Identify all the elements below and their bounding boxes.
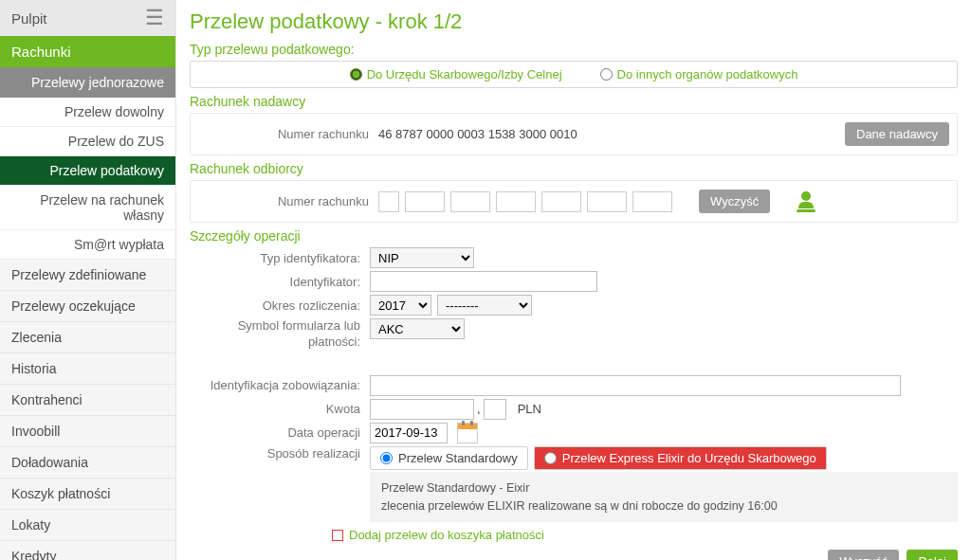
sidebar-sub-smart-wyplata[interactable]: Sm@rt wypłata xyxy=(0,230,175,260)
sidebar-item-label: Przelew dowolny xyxy=(64,104,164,119)
section-receiver-label: Rachunek odbiorcy xyxy=(190,161,958,176)
sender-account-value: 46 8787 0000 0003 1538 3000 0010 xyxy=(378,127,577,141)
realize-express-option[interactable]: Przelew Express Elixir do Urzędu Skarbow… xyxy=(534,446,827,470)
symbol-label: Symbol formularza lub płatności: xyxy=(190,318,370,351)
account-segment-input[interactable] xyxy=(378,191,399,212)
sidebar-item-pulpit[interactable]: Pulpit ☰ xyxy=(0,0,175,36)
radio-urzad-skarbowy[interactable]: Do Urzędu Skarbowego/Izby Celnej xyxy=(350,67,562,81)
sidebar-item-zlecenia[interactable]: Zlecenia xyxy=(0,322,175,353)
symbol-select[interactable]: AKC xyxy=(370,318,465,339)
radio-inne-input[interactable] xyxy=(600,68,613,81)
sender-panel: Numer rachunku 46 8787 0000 0003 1538 30… xyxy=(190,113,958,155)
section-type-label: Typ przelewu podatkowego: xyxy=(190,42,958,57)
sender-account-label: Numer rachunku xyxy=(198,127,378,141)
typ-id-select[interactable]: NIP xyxy=(370,247,474,268)
sidebar-item-historia[interactable]: Historia xyxy=(0,353,175,385)
radio-label: Do innych organów podatkowych xyxy=(617,67,798,81)
sidebar-item-przelewy-zdefiniowane[interactable]: Przelewy zdefiniowane xyxy=(0,260,175,291)
basket-row[interactable]: Dodaj przelew do koszyka płatności xyxy=(332,528,958,542)
ident-zob-label: Identyfikacja zobowiązania: xyxy=(190,378,370,392)
section-sender-label: Rachunek nadawcy xyxy=(190,94,958,109)
sidebar-sub-przelew-dowolny[interactable]: Przelew dowolny xyxy=(0,98,175,127)
okres-period-select[interactable]: -------- xyxy=(437,295,532,316)
kwota-dec-input[interactable] xyxy=(484,399,506,420)
note-title: Przelew Standardowy - Eixir xyxy=(381,479,946,497)
basket-label: Dodaj przelew do koszyka płatności xyxy=(349,528,544,542)
account-segment-input[interactable] xyxy=(405,191,445,212)
realize-label: Przelew Express Elixir do Urzędu Skarbow… xyxy=(562,451,816,465)
sidebar-sub-przelew-do-zus[interactable]: Przelew do ZUS xyxy=(0,127,175,156)
account-segment-input[interactable] xyxy=(450,191,490,212)
calendar-icon[interactable] xyxy=(457,423,478,443)
sidebar-item-koszyk-platnosci[interactable]: Koszyk płatności xyxy=(0,479,175,510)
typ-id-label: Typ identyfikatora: xyxy=(190,251,370,265)
radio-label: Do Urzędu Skarbowego/Izby Celnej xyxy=(367,67,562,81)
currency-label: PLN xyxy=(518,402,541,416)
receiver-account-label: Numer rachunku xyxy=(198,194,378,208)
details-panel: Typ identyfikatora: NIP Identyfikator: O… xyxy=(190,247,958,542)
page-title: Przelew podatkowy - krok 1/2 xyxy=(190,9,958,34)
sidebar-sub-przelew-na-rachunek-wlasny[interactable]: Przelew na rachunek własny xyxy=(0,186,175,230)
sidebar-item-label: Przelewy jednorazowe xyxy=(31,75,164,90)
okres-year-select[interactable]: 2017 xyxy=(370,295,431,316)
realize-express-radio[interactable] xyxy=(544,452,557,464)
sidebar-item-label: Przelewy oczekujące xyxy=(11,298,136,314)
realize-note: Przelew Standardowy - Eixir zlecenia prz… xyxy=(370,472,958,523)
section-details-label: Szczegóły operacji xyxy=(190,228,958,244)
next-button[interactable]: Dalej xyxy=(907,550,958,560)
sidebar-item-label: Kredyty xyxy=(11,549,56,560)
sidebar-item-label: Przelewy zdefiniowane xyxy=(11,267,146,282)
contact-icon[interactable] xyxy=(797,191,815,212)
data-operacji-input[interactable] xyxy=(370,423,448,443)
sidebar-item-przelewy-oczekujace[interactable]: Przelewy oczekujące xyxy=(0,291,175,322)
decimal-separator: , xyxy=(477,402,481,416)
clear-form-button[interactable]: Wyczyść xyxy=(828,550,899,560)
data-operacji-label: Data operacji xyxy=(190,425,370,440)
sidebar-item-label: Koszyk płatności xyxy=(11,486,110,501)
sidebar-item-label: Przelew podatkowy xyxy=(49,163,164,178)
ident-zob-input[interactable] xyxy=(370,375,901,396)
sposob-label: Sposób realizacji xyxy=(190,446,370,461)
radio-urzad-input[interactable] xyxy=(350,68,362,81)
okres-label: Okres rozliczenia: xyxy=(190,298,370,313)
sidebar-item-label: Invoobill xyxy=(11,424,60,439)
account-segment-input[interactable] xyxy=(632,191,672,212)
kwota-label: Kwota xyxy=(190,402,370,416)
sidebar-sub-head-przelewy-jednorazowe[interactable]: Przelewy jednorazowe xyxy=(0,67,175,98)
sidebar-item-label: Przelew na rachunek własny xyxy=(40,192,164,223)
sidebar-item-kontrahenci[interactable]: Kontrahenci xyxy=(0,385,175,416)
sidebar-item-label: Zlecenia xyxy=(11,330,62,345)
kwota-main-input[interactable] xyxy=(370,399,474,420)
hamburger-icon[interactable]: ☰ xyxy=(145,8,164,28)
realize-label: Przelew Standardowy xyxy=(398,451,518,465)
receiver-clear-button[interactable]: Wyczyść xyxy=(699,190,770,213)
receiver-panel: Numer rachunku Wyczyść xyxy=(190,180,958,223)
account-segment-input[interactable] xyxy=(541,191,581,212)
sidebar-item-label: Sm@rt wypłata xyxy=(74,237,164,252)
realize-standard-radio[interactable] xyxy=(380,452,393,464)
sidebar-item-label: Lokaty xyxy=(11,517,50,533)
sidebar-item-label: Doładowania xyxy=(11,455,88,470)
sidebar-item-label: Historia xyxy=(11,361,56,376)
sidebar-item-label: Przelew do ZUS xyxy=(68,134,164,149)
sidebar-item-doladowania[interactable]: Doładowania xyxy=(0,447,175,479)
transfer-type-row: Do Urzędu Skarbowego/Izby Celnej Do inny… xyxy=(190,61,958,88)
account-segment-input[interactable] xyxy=(587,191,627,212)
identyfikator-input[interactable] xyxy=(370,271,597,292)
sidebar-group-rachunki[interactable]: Rachunki xyxy=(0,36,175,67)
sidebar-sub-przelew-podatkowy[interactable]: Przelew podatkowy xyxy=(0,156,175,186)
sender-details-button[interactable]: Dane nadawcy xyxy=(845,122,949,146)
realize-standard-option[interactable]: Przelew Standardowy xyxy=(370,446,528,470)
sidebar-item-lokaty[interactable]: Lokaty xyxy=(0,510,175,541)
note-text: zlecenia przelewów ELIXIR realizowane są… xyxy=(381,497,946,515)
radio-inne-organy[interactable]: Do innych organów podatkowych xyxy=(600,67,798,81)
sidebar-item-label: Rachunki xyxy=(11,44,71,60)
sidebar-item-kredyty[interactable]: Kredyty xyxy=(0,541,175,560)
sidebar-item-label: Pulpit xyxy=(11,10,47,27)
sidebar-item-invoobill[interactable]: Invoobill xyxy=(0,416,175,447)
account-segment-input[interactable] xyxy=(496,191,536,212)
sidebar-item-label: Kontrahenci xyxy=(11,392,82,407)
identyfikator-label: Identyfikator: xyxy=(190,275,370,289)
basket-checkbox[interactable] xyxy=(332,530,343,541)
